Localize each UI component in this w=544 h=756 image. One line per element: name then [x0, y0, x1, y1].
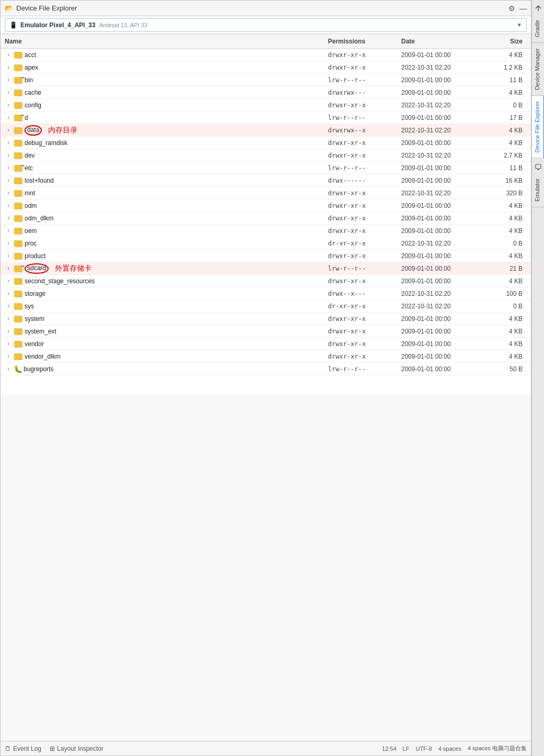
table-row[interactable]: ›acctdrwxr-xr-x2009-01-01 00:004 KB: [1, 49, 531, 61]
expand-arrow-icon[interactable]: ›: [5, 202, 12, 209]
expand-arrow-icon[interactable]: ›: [5, 353, 12, 360]
sidebar-tab-device-file-explorer[interactable]: Device File Explorer: [532, 96, 545, 158]
table-row[interactable]: ›vendordrwxr-xr-x2009-01-01 00:004 KB: [1, 338, 531, 350]
emulator-tab-label: Emulator: [534, 179, 540, 202]
size-cell: 4 KB: [485, 202, 527, 209]
table-row[interactable]: ›↪binlrw-r--r--2009-01-01 00:0011 B: [1, 74, 531, 86]
table-row[interactable]: ›apexdrwxr-xr-x2022-10-31 02:201.2 KB: [1, 61, 531, 74]
device-selector[interactable]: 📱 Emulator Pixel_4_API_33 Android 13, AP…: [5, 18, 527, 32]
table-row[interactable]: ›oemdrwxr-xr-x2009-01-01 00:004 KB: [1, 225, 531, 237]
table-row[interactable]: ›🐛bugreportslrw-r--r--2009-01-01 00:0050…: [1, 363, 531, 375]
file-name-text: proc: [25, 240, 37, 247]
file-name-text: bin: [25, 76, 33, 84]
expand-arrow-icon[interactable]: ›: [5, 177, 12, 184]
expand-arrow-icon[interactable]: ›: [5, 139, 12, 147]
permissions-cell: drwxr-xr-x: [328, 227, 401, 235]
layout-inspector-button[interactable]: ⊞ Layout Inspector: [50, 745, 104, 752]
expand-arrow-icon[interactable]: ›: [5, 340, 12, 348]
expand-arrow-icon[interactable]: ›: [5, 190, 12, 197]
expand-arrow-icon[interactable]: ›: [5, 315, 12, 323]
annotation-label: 内存目录: [48, 126, 77, 135]
date-cell: 2009-01-01 00:00: [401, 177, 485, 184]
table-row[interactable]: ›system_extdrwxr-xr-x2009-01-01 00:004 K…: [1, 325, 531, 338]
file-name-text: apex: [25, 64, 38, 71]
expand-arrow-icon[interactable]: ›: [5, 114, 12, 121]
share-tab-icon[interactable]: [532, 2, 545, 15]
expand-arrow-icon[interactable]: ›: [5, 303, 12, 310]
size-cell: 2.7 KB: [485, 152, 527, 159]
link-icon: ↪: [21, 113, 25, 118]
file-name-text: system_ext: [25, 328, 56, 335]
table-row[interactable]: ›procdr-xr-xr-x2022-10-31 02:200 B: [1, 237, 531, 250]
table-row[interactable]: ›data内存目录drwxrwx--x2022-10-31 02:204 KB: [1, 124, 531, 137]
minimize-icon[interactable]: —: [519, 4, 527, 13]
folder-icon: [14, 228, 22, 235]
sidebar-tab-device-manager[interactable]: Device Manager: [532, 43, 545, 96]
expand-arrow-icon[interactable]: ›: [5, 64, 12, 71]
expand-arrow-icon[interactable]: ›: [5, 277, 12, 285]
sidebar-tab-gradle[interactable]: Gradle: [532, 15, 545, 43]
date-cell: 2009-01-01 00:00: [401, 202, 485, 209]
permissions-cell: dr-xr-xr-x: [328, 303, 401, 310]
indent-info: 4 spaces: [438, 746, 461, 752]
table-row[interactable]: ›vendor_dlkmdrwxr-xr-x2009-01-01 00:004 …: [1, 350, 531, 363]
expand-arrow-icon[interactable]: ›: [5, 102, 12, 109]
event-log-button[interactable]: 🗒 Event Log: [5, 745, 41, 752]
table-row[interactable]: ›second_stage_resourcesdrwxr-xr-x2009-01…: [1, 275, 531, 287]
size-cell: 50 B: [485, 365, 527, 373]
expand-arrow-icon[interactable]: ›: [5, 127, 12, 134]
expand-arrow-icon[interactable]: ›: [5, 265, 12, 272]
table-row[interactable]: ›↪dlrw-r--r--2009-01-01 00:0017 B: [1, 112, 531, 124]
expand-arrow-icon[interactable]: ›: [5, 240, 12, 247]
sidebar-tab-emulator[interactable]: Emulator: [532, 173, 545, 207]
expand-arrow-icon[interactable]: ›: [5, 152, 12, 159]
size-cell: 4 KB: [485, 227, 527, 235]
table-row[interactable]: ›productdrwxr-xr-x2009-01-01 00:004 KB: [1, 250, 531, 262]
table-row[interactable]: ›sysdr-xr-xr-x2022-10-31 02:200 B: [1, 300, 531, 313]
table-row[interactable]: ›cachedrwxrwx---2009-01-01 00:004 KB: [1, 86, 531, 99]
expand-arrow-icon[interactable]: ›: [5, 164, 12, 172]
expand-arrow-icon[interactable]: ›: [5, 89, 12, 96]
expand-arrow-icon[interactable]: ›: [5, 365, 12, 373]
main-panel: 📂 Device File Explorer ⚙ — 📱 Emulator Pi…: [0, 0, 531, 756]
file-name-text: product: [25, 252, 46, 260]
expand-arrow-icon[interactable]: ›: [5, 290, 12, 297]
device-file-explorer-tab-label: Device File Explorer: [534, 101, 540, 152]
permissions-cell: drwxr-xr-x: [328, 277, 401, 285]
file-list: ›acctdrwxr-xr-x2009-01-01 00:004 KB›apex…: [1, 49, 531, 395]
column-headers: Name Permissions Date Size: [1, 34, 531, 49]
expand-arrow-icon[interactable]: ›: [5, 252, 12, 260]
table-row[interactable]: ›odm_dlkmdrwxr-xr-x2009-01-01 00:004 KB: [1, 212, 531, 225]
expand-arrow-icon[interactable]: ›: [5, 215, 12, 222]
expand-arrow-icon[interactable]: ›: [5, 76, 12, 84]
file-name-cell: ›vendor_dlkm: [5, 353, 328, 360]
table-row[interactable]: ›devdrwxr-xr-x2022-10-31 02:202.7 KB: [1, 149, 531, 162]
folder-icon: [14, 90, 22, 96]
file-name-cell: ›proc: [5, 240, 328, 247]
size-cell: 4 KB: [485, 252, 527, 260]
expand-arrow-icon[interactable]: ›: [5, 328, 12, 335]
permissions-cell: drwxrwx--x: [328, 127, 401, 134]
folder-icon: [14, 215, 22, 222]
expand-arrow-icon[interactable]: ›: [5, 227, 12, 235]
table-row[interactable]: ›↪etclrw-r--r--2009-01-01 00:0011 B: [1, 162, 531, 174]
table-row[interactable]: ›configdrwxr-xr-x2022-10-31 02:200 B: [1, 99, 531, 112]
folder-icon: [14, 177, 22, 184]
folder-icon: ↪: [14, 115, 22, 121]
emulator-tab-icon[interactable]: [532, 161, 545, 173]
size-cell: 1.2 KB: [485, 64, 527, 71]
table-row[interactable]: ›systemdrwxr-xr-x2009-01-01 00:004 KB: [1, 313, 531, 325]
table-row[interactable]: ›debug_ramdiskdrwxr-xr-x2009-01-01 00:00…: [1, 137, 531, 149]
empty-area: [1, 395, 531, 741]
settings-icon[interactable]: ⚙: [508, 4, 515, 13]
date-cell: 2009-01-01 00:00: [401, 315, 485, 323]
table-row[interactable]: ›mntdrwxr-xr-x2022-10-31 02:20320 B: [1, 187, 531, 199]
table-row[interactable]: ›lost+founddrwx------2009-01-01 00:0016 …: [1, 174, 531, 187]
event-log-label: Event Log: [13, 745, 41, 752]
table-row[interactable]: ›odmdrwxr-xr-x2009-01-01 00:004 KB: [1, 199, 531, 212]
encoding: UTF-8: [416, 746, 432, 752]
size-cell: 21 B: [485, 265, 527, 272]
expand-arrow-icon[interactable]: ›: [5, 51, 12, 59]
table-row[interactable]: ›storagedrwx--x---2022-10-31 02:20100 B: [1, 287, 531, 300]
table-row[interactable]: ›↪sdcard外置存储卡lrw-r--r--2009-01-01 00:002…: [1, 262, 531, 275]
